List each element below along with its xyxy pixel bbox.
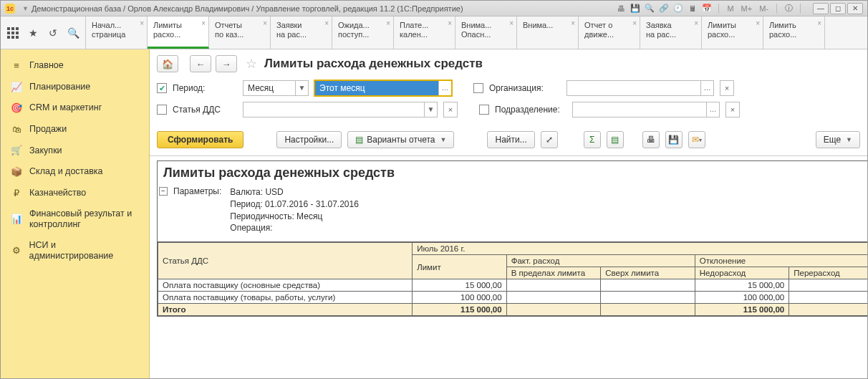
mem-mplus[interactable]: M+ (740, 4, 754, 13)
calendar-icon[interactable]: 📅 (702, 4, 712, 14)
main-area: 🏠 ← → ☆ Лимиты расхода денежных средств … (150, 49, 867, 378)
tab-close-icon[interactable]: × (756, 19, 760, 28)
ellipsis-icon[interactable]: … (438, 81, 451, 95)
home-button[interactable]: 🏠 (157, 55, 178, 72)
search-tabs-icon[interactable]: 🔍 (67, 27, 79, 39)
tab-11[interactable]: ×Лимитьрасхо... (763, 16, 825, 49)
tab-close-icon[interactable]: × (386, 19, 390, 28)
tab-0[interactable]: ×Начал...страница (86, 16, 148, 49)
report-table: Статья ДДС Июль 2016 г. Итого Лимит Факт… (158, 242, 867, 316)
find-button[interactable]: Найти... (487, 131, 534, 148)
tab-3[interactable]: ×Заявкина рас... (271, 16, 332, 49)
settings-button[interactable]: Настройки... (276, 131, 342, 148)
generate-button[interactable]: Сформировать (157, 131, 243, 148)
app-menu-arrow[interactable]: ▼ (22, 5, 29, 12)
open-tabs: ×Начал...страница×Лимитырасхо...×Отчетып… (86, 16, 867, 49)
mem-m[interactable]: M (725, 4, 735, 13)
tab-close-icon[interactable]: × (509, 19, 513, 28)
minimize-button[interactable]: — (813, 3, 829, 14)
report-variants-button[interactable]: ▤Варианты отчета▼ (347, 131, 454, 148)
dept-label: Подразделение: (495, 105, 566, 115)
dds-checkbox[interactable] (157, 105, 167, 115)
sidebar-item-6[interactable]: ₽Казначейство (1, 183, 149, 204)
params-collapse-button[interactable]: − (159, 187, 168, 196)
org-combo[interactable]: … (566, 80, 714, 96)
table-row[interactable]: Оплата поставщику (товары, работы, услуг… (158, 292, 868, 304)
sum-icon[interactable]: Σ (584, 131, 601, 148)
calc-icon[interactable]: 🖩 (688, 4, 698, 14)
tab-close-icon[interactable]: × (263, 19, 267, 28)
save-icon[interactable]: 💾 (630, 4, 640, 14)
sidebar-item-label: Склад и доставка (29, 166, 102, 177)
sidebar-item-4[interactable]: 🛒Закупки (1, 140, 149, 161)
tab-6[interactable]: ×Внима...Опасн... (455, 16, 517, 49)
tab-close-icon[interactable]: × (817, 19, 821, 28)
period-value-combo[interactable]: Этот месяц… (314, 80, 452, 96)
forward-button[interactable]: → (216, 55, 237, 72)
dds-combo[interactable]: ▼ (243, 102, 438, 117)
tab-1[interactable]: ×Лимитырасхо... (148, 16, 209, 49)
tab-8[interactable]: ×Отчет одвиже... (579, 16, 640, 49)
dept-combo[interactable]: … (572, 102, 720, 117)
ellipsis-icon[interactable]: … (700, 81, 713, 95)
org-label: Организация: (489, 83, 561, 93)
col-within: В пределах лимита (506, 267, 601, 279)
table-total-row: Итого 115 000,00 115 000,00 115 000,00 (158, 304, 868, 316)
clock-icon[interactable]: 🕘 (673, 4, 683, 14)
sidebar-icon: 📊 (11, 214, 22, 225)
tab-9[interactable]: ×Заявкана рас... (640, 16, 702, 49)
tab-close-icon[interactable]: × (694, 19, 698, 28)
chevron-down-icon[interactable]: ▼ (295, 81, 308, 95)
tab-close-icon[interactable]: × (201, 19, 206, 28)
tab-close-icon[interactable]: × (448, 19, 452, 28)
close-button[interactable]: ✕ (847, 3, 863, 14)
ellipsis-icon[interactable]: … (706, 102, 719, 117)
chart-icon[interactable]: ▤ (607, 131, 624, 148)
search-icon[interactable]: 🔍 (645, 4, 655, 14)
tab-close-icon[interactable]: × (140, 19, 144, 28)
favorites-icon[interactable]: ★ (26, 27, 39, 39)
title-bar: 1c ▼ Демонстрационная база / Орлов Алекс… (1, 1, 867, 16)
apps-grid-icon[interactable] (6, 27, 19, 39)
link-icon[interactable]: 🔗 (659, 4, 669, 14)
table-row[interactable]: Оплата поставщику (основные средства) 15… (158, 279, 868, 292)
app-window: 1c ▼ Демонстрационная база / Орлов Алекс… (0, 0, 868, 379)
more-button[interactable]: Еще▼ (816, 131, 860, 148)
info-icon[interactable]: ⓘ (783, 4, 794, 14)
sidebar-item-3[interactable]: 🛍Продажи (1, 119, 149, 140)
mail-icon[interactable]: ✉▾ (688, 131, 705, 148)
period-type-combo[interactable]: Месяц▼ (243, 80, 309, 96)
history-icon[interactable]: ↺ (47, 27, 59, 39)
tab-2[interactable]: ×Отчетыпо каз... (209, 16, 271, 49)
tab-5[interactable]: ×Плате...кален... (394, 16, 455, 49)
sidebar-item-8[interactable]: ⚙НСИ и администрирование (1, 235, 149, 267)
print-report-icon[interactable]: 🖶 (642, 131, 660, 148)
period-checkbox[interactable]: ✔ (157, 83, 167, 93)
dept-clear-button[interactable]: × (725, 102, 740, 117)
dept-checkbox[interactable] (479, 105, 489, 115)
sidebar-item-5[interactable]: 📦Склад и доставка (1, 161, 149, 183)
chevron-down-icon: ▼ (846, 136, 852, 143)
tab-close-icon[interactable]: × (324, 19, 329, 28)
sidebar-icon: 🛒 (11, 145, 22, 156)
mem-mminus[interactable]: M- (758, 4, 770, 13)
save-report-icon[interactable]: 💾 (665, 131, 683, 148)
favorite-star-icon[interactable]: ☆ (246, 56, 257, 72)
expand-icon[interactable]: ⤢ (541, 131, 558, 148)
sidebar-item-2[interactable]: 🎯CRM и маркетинг (1, 97, 149, 119)
tab-7[interactable]: ×Внима... (517, 16, 579, 49)
tab-4[interactable]: ×Ожида...поступ... (332, 16, 394, 49)
tab-10[interactable]: ×Лимитырасхо... (702, 16, 763, 49)
sidebar-item-7[interactable]: 📊Финансовый результат и контроллинг (1, 203, 149, 235)
back-button[interactable]: ← (190, 55, 211, 72)
org-checkbox[interactable] (473, 83, 483, 93)
chevron-down-icon[interactable]: ▼ (424, 102, 437, 117)
dds-clear-button[interactable]: × (443, 102, 458, 117)
tab-close-icon[interactable]: × (632, 19, 637, 28)
sidebar-item-1[interactable]: 📈Планирование (1, 77, 149, 98)
maximize-button[interactable]: ◻ (830, 3, 846, 14)
print-icon[interactable]: 🖶 (616, 4, 626, 14)
org-clear-button[interactable]: × (720, 80, 734, 96)
sidebar-item-0[interactable]: ≡Главное (1, 55, 149, 77)
tab-close-icon[interactable]: × (571, 19, 575, 28)
